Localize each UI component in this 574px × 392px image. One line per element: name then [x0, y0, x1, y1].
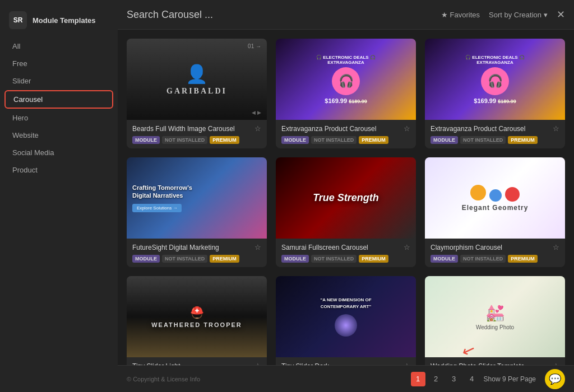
module-badge: MODULE [281, 136, 309, 144]
page-3-button[interactable]: 3 [447, 372, 461, 386]
page-1-button[interactable]: 1 [411, 372, 425, 386]
template-card[interactable]: True Strength Samurai Fullscreen Carouse… [276, 157, 416, 267]
sidebar-title: Module Templates [33, 16, 95, 25]
sort-button[interactable]: Sort by Creation ▾ [489, 11, 548, 19]
template-card[interactable]: Elegant Geometry Claymorphism Carousel ☆… [425, 157, 565, 267]
template-card[interactable]: 🎧 ELECTRONIC DEALS 🎧EXTRAVAGANZA 🎧 $169.… [276, 39, 416, 148]
card-title: Beards Full Width Image Carousel ☆ [132, 124, 261, 133]
sidebar-item-all[interactable]: All [4, 38, 113, 54]
card-thumbnail: "A NEW DIMENSION OFCONTEMPORARY ART" [276, 276, 416, 357]
not-installed-badge: NOT INSTALLED [162, 255, 207, 263]
card-title: Samurai Fullscreen Carousel ☆ [281, 243, 410, 251]
card-thumbnail: Elegant Geometry [425, 157, 565, 239]
not-installed-badge: NOT INSTALLED [311, 136, 357, 144]
template-grid: 👤 GARIBALDI 01 → ◀ ▶ Beards Full Width I… [127, 39, 565, 365]
module-badge: MODULE [430, 136, 458, 144]
sidebar-nav: All Free Slider Carousel Hero Website So… [0, 38, 118, 178]
template-card[interactable]: ⛑️ WEATHERED TROOPER Tiny Slider Light ☆… [127, 276, 267, 365]
template-card[interactable]: "A NEW DIMENSION OFCONTEMPORARY ART" Tin… [276, 276, 416, 365]
sidebar-item-hero[interactable]: Hero [4, 110, 113, 126]
sidebar: SR Module Templates All Free Slider Caro… [0, 0, 118, 392]
card-body: Tiny Slider Dark ☆ MODULE NOT INSTALLED … [276, 357, 416, 365]
copyright-text: © Copyright & License Info [127, 376, 200, 382]
sidebar-item-product[interactable]: Product [4, 162, 113, 178]
sidebar-item-slider[interactable]: Slider [4, 73, 113, 89]
card-thumbnail: Crafting Tomorrow'sDigital Narratives Ex… [127, 157, 267, 239]
premium-badge: PREMIUM [359, 255, 388, 263]
favorite-icon[interactable]: ☆ [254, 124, 261, 133]
premium-badge: PREMIUM [210, 136, 239, 144]
card-title: Claymorphism Carousel ☆ [430, 243, 559, 251]
chevron-down-icon: ▾ [544, 11, 548, 19]
favorite-icon[interactable]: ☆ [553, 243, 559, 251]
card-body: Extravaganza Product Carousel ☆ MODULE N… [276, 120, 416, 148]
card-badges: MODULE NOT INSTALLED PREMIUM [132, 136, 261, 144]
sidebar-item-social-media[interactable]: Social Media [4, 144, 113, 161]
card-title: Extravaganza Product Carousel ☆ [281, 124, 410, 133]
module-badge: MODULE [132, 255, 160, 263]
card-body: Tiny Slider Light ☆ MODULE NOT INSTALLED… [127, 357, 267, 365]
favorites-button[interactable]: ★ Favorites [441, 11, 480, 19]
premium-badge: PREMIUM [210, 255, 239, 263]
template-card[interactable]: 🎧 ELECTRONIC DEALS 🎧EXTRAVAGANZA 🎧 $169.… [425, 39, 565, 148]
favorite-icon[interactable]: ☆ [404, 124, 410, 133]
card-body: Extravaganza Product Carousel ☆ MODULE N… [425, 120, 565, 148]
template-card[interactable]: Crafting Tomorrow'sDigital Narratives Ex… [127, 157, 267, 267]
template-card[interactable]: 💒 Wedding Photo Wedding Photo Slider Tem… [425, 276, 565, 365]
not-installed-badge: NOT INSTALLED [311, 255, 357, 263]
card-title: Extravaganza Product Carousel ☆ [430, 124, 559, 133]
card-thumbnail: 🎧 ELECTRONIC DEALS 🎧EXTRAVAGANZA 🎧 $169.… [276, 39, 416, 120]
card-badges: MODULE NOT INSTALLED PREMIUM [430, 255, 559, 263]
module-badge: MODULE [430, 255, 458, 263]
main-content: Search Carousel ... ★ Favorites Sort by … [118, 0, 574, 392]
not-installed-badge: NOT INSTALLED [162, 136, 207, 144]
favorite-icon[interactable]: ☆ [553, 124, 559, 133]
page-4-button[interactable]: 4 [465, 372, 479, 386]
sidebar-item-free[interactable]: Free [4, 55, 113, 72]
module-badge: MODULE [281, 255, 309, 263]
notification-button[interactable]: 💬 [545, 369, 565, 389]
app-logo: SR [9, 11, 27, 29]
card-badges: MODULE NOT INSTALLED PREMIUM [281, 255, 410, 263]
premium-badge: PREMIUM [508, 136, 538, 144]
card-thumbnail: 👤 GARIBALDI 01 → ◀ ▶ [127, 39, 267, 120]
footer: © Copyright & License Info ↙ 1 2 3 4 Sho… [118, 365, 574, 392]
card-body: Claymorphism Carousel ☆ MODULE NOT INSTA… [425, 239, 565, 267]
module-badge: MODULE [132, 136, 160, 144]
sidebar-item-website[interactable]: Website [4, 127, 113, 143]
header: Search Carousel ... ★ Favorites Sort by … [118, 0, 574, 30]
not-installed-badge: NOT INSTALLED [460, 136, 506, 144]
sidebar-item-carousel[interactable]: Carousel [4, 90, 113, 109]
pagination: 1 2 3 4 [411, 372, 479, 386]
header-actions: ★ Favorites Sort by Creation ▾ ✕ [441, 8, 565, 21]
card-thumbnail: 🎧 ELECTRONIC DEALS 🎧EXTRAVAGANZA 🎧 $169.… [425, 39, 565, 120]
card-thumbnail: ⛑️ WEATHERED TROOPER [127, 276, 267, 357]
chat-icon: 💬 [549, 373, 561, 385]
page-2-button[interactable]: 2 [429, 372, 443, 386]
star-icon: ★ [441, 11, 448, 19]
close-button[interactable]: ✕ [557, 8, 565, 21]
premium-badge: PREMIUM [508, 255, 538, 263]
card-thumbnail: 💒 Wedding Photo [425, 276, 565, 357]
card-thumbnail: True Strength [276, 157, 416, 239]
favorite-icon[interactable]: ☆ [404, 243, 410, 251]
card-title: FutureSight Digital Marketing ☆ [132, 243, 261, 251]
per-page-label: Show 9 Per Page [484, 375, 536, 383]
template-card[interactable]: 👤 GARIBALDI 01 → ◀ ▶ Beards Full Width I… [127, 39, 267, 148]
not-installed-badge: NOT INSTALLED [460, 255, 506, 263]
favorite-icon[interactable]: ☆ [254, 243, 261, 251]
card-body: Wedding Photo Slider Template ☆ PACKAGE … [425, 357, 565, 365]
card-badges: MODULE NOT INSTALLED PREMIUM [281, 136, 410, 144]
sidebar-header: SR Module Templates [0, 6, 118, 38]
premium-badge: PREMIUM [359, 136, 388, 144]
card-body: Samurai Fullscreen Carousel ☆ MODULE NOT… [276, 239, 416, 267]
template-grid-area: 👤 GARIBALDI 01 → ◀ ▶ Beards Full Width I… [118, 30, 574, 365]
page-title: Search Carousel ... [127, 9, 441, 21]
card-body: FutureSight Digital Marketing ☆ MODULE N… [127, 239, 267, 267]
card-body: Beards Full Width Image Carousel ☆ MODUL… [127, 120, 267, 148]
card-badges: MODULE NOT INSTALLED PREMIUM [132, 255, 261, 263]
card-badges: MODULE NOT INSTALLED PREMIUM [430, 136, 559, 144]
